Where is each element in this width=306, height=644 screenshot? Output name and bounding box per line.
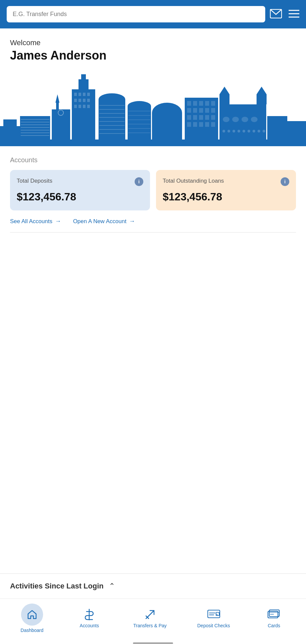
svg-rect-102	[207, 610, 219, 618]
svg-rect-70	[187, 122, 191, 127]
activities-header: Activities Since Last Login ⌃	[10, 582, 296, 590]
nav-cards-label: Cards	[268, 623, 280, 628]
loans-card: Total Outstanding Loans i $123,456.78	[156, 170, 296, 210]
nav-item-cards[interactable]: Cards	[261, 608, 287, 628]
nav-transfers-label: Transfers & Pay	[133, 623, 167, 628]
see-all-accounts-link[interactable]: See All Accounts →	[10, 218, 61, 225]
svg-rect-97	[267, 116, 287, 140]
svg-rect-27	[79, 99, 81, 102]
svg-point-88	[222, 130, 225, 132]
svg-rect-32	[83, 105, 86, 108]
svg-rect-21	[81, 74, 86, 79]
svg-rect-61	[193, 108, 197, 113]
nav-item-deposit[interactable]: $ Deposit Checks	[197, 608, 230, 628]
svg-rect-66	[193, 115, 197, 120]
svg-rect-76	[219, 94, 230, 104]
svg-point-91	[238, 130, 240, 132]
svg-rect-71	[193, 122, 197, 127]
svg-rect-29	[87, 99, 90, 102]
svg-rect-19	[72, 89, 95, 140]
svg-point-83	[232, 117, 239, 122]
svg-rect-69	[211, 115, 215, 120]
svg-rect-4	[0, 140, 306, 146]
city-skyline	[0, 69, 306, 146]
svg-point-96	[263, 130, 265, 132]
nav-item-accounts[interactable]: Accounts	[76, 608, 103, 628]
home-icon	[21, 604, 43, 626]
account-cards: Total Deposits i $123,456.78 Total Outst…	[10, 170, 296, 210]
nav-accounts-label: Accounts	[80, 623, 99, 628]
svg-rect-20	[79, 79, 89, 89]
svg-rect-98	[287, 121, 306, 140]
svg-rect-55	[187, 101, 191, 106]
svg-rect-64	[211, 108, 215, 113]
svg-rect-57	[199, 101, 203, 106]
svg-rect-31	[79, 105, 81, 108]
loans-info-icon[interactable]: i	[281, 177, 289, 186]
dollar-icon	[83, 608, 96, 621]
svg-point-93	[248, 130, 250, 132]
svg-rect-26	[74, 99, 77, 102]
svg-rect-5	[0, 126, 20, 140]
deposits-amount: $123,456.78	[17, 191, 143, 203]
loans-amount: $123,456.78	[163, 191, 289, 203]
svg-rect-56	[193, 101, 197, 106]
header-icons	[270, 9, 299, 20]
svg-rect-24	[83, 93, 86, 96]
see-all-arrow-icon: →	[55, 218, 61, 225]
content-spacer	[0, 233, 306, 573]
svg-rect-78	[257, 94, 267, 104]
svg-rect-67	[199, 115, 203, 120]
svg-point-92	[243, 130, 245, 132]
user-name: James Anderson	[10, 49, 296, 63]
scroll-indicator	[133, 642, 173, 644]
svg-rect-16	[56, 103, 59, 109]
account-actions: See All Accounts → Open A New Account →	[10, 218, 296, 233]
svg-rect-63	[205, 108, 209, 113]
svg-marker-77	[219, 87, 230, 94]
svg-point-90	[233, 130, 235, 132]
mail-icon[interactable]	[270, 9, 282, 20]
transfer-icon	[144, 608, 156, 621]
open-new-account-label: Open A New Account	[73, 218, 127, 225]
svg-marker-17	[55, 94, 59, 103]
svg-rect-62	[199, 108, 203, 113]
deposits-info-icon[interactable]: i	[135, 177, 143, 186]
nav-item-dashboard[interactable]: Dashboard	[19, 604, 45, 633]
check-icon: $	[207, 608, 220, 621]
search-input[interactable]	[7, 6, 265, 22]
svg-rect-72	[199, 122, 203, 127]
svg-rect-58	[205, 101, 209, 106]
svg-rect-74	[211, 122, 215, 127]
svg-point-87	[251, 117, 258, 122]
svg-rect-60	[187, 108, 191, 113]
accounts-section: Accounts Total Deposits i $123,456.78 To…	[0, 146, 306, 233]
loans-card-header: Total Outstanding Loans i	[163, 177, 289, 186]
svg-rect-6	[3, 119, 17, 126]
menu-icon[interactable]	[289, 10, 299, 19]
svg-point-85	[242, 117, 248, 122]
loans-label: Total Outstanding Loans	[163, 177, 224, 185]
deposits-card: Total Deposits i $123,456.78	[10, 170, 150, 210]
activities-title: Activities Since Last Login	[10, 582, 104, 590]
svg-rect-30	[74, 105, 77, 108]
svg-marker-79	[257, 87, 267, 94]
welcome-section: Welcome James Anderson	[0, 28, 306, 63]
chevron-up-icon[interactable]: ⌃	[109, 582, 115, 590]
svg-point-35	[99, 93, 125, 105]
nav-deposit-label: Deposit Checks	[197, 623, 230, 628]
svg-rect-68	[205, 115, 209, 120]
svg-rect-33	[87, 105, 90, 108]
svg-rect-15	[52, 109, 70, 140]
svg-rect-73	[205, 122, 209, 127]
svg-point-95	[258, 130, 260, 132]
welcome-greeting: Welcome	[10, 38, 296, 47]
cards-icon	[268, 608, 280, 621]
nav-item-transfers[interactable]: Transfers & Pay	[133, 608, 167, 628]
svg-rect-22	[74, 93, 77, 96]
deposits-card-header: Total Deposits i	[17, 177, 143, 186]
bottom-nav: Dashboard Accounts Transfers & Pay	[0, 599, 306, 640]
open-new-account-link[interactable]: Open A New Account →	[73, 218, 135, 225]
svg-rect-23	[79, 93, 81, 96]
deposits-label: Total Deposits	[17, 177, 52, 185]
